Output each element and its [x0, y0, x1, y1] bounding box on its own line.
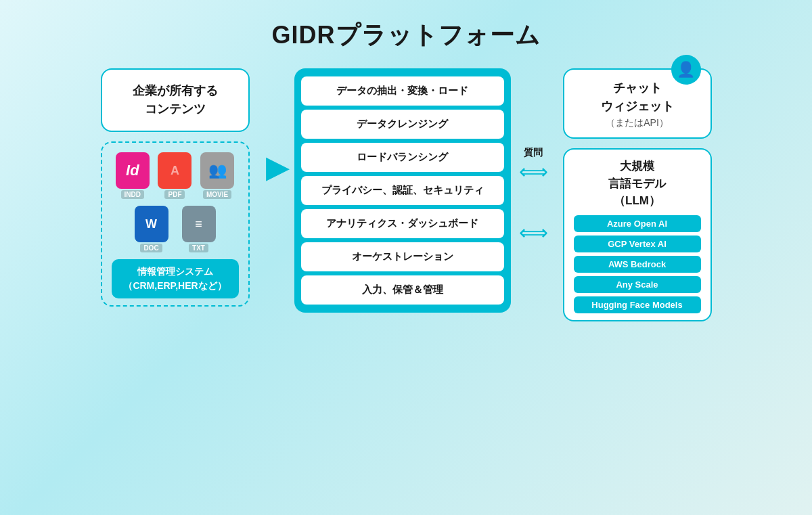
llm-item-4: Any Scale	[574, 276, 701, 293]
arrow-pair-top: 質問 ⟺	[519, 147, 548, 182]
info-system-text: 情報管理システム（CRM,ERP,HERなど）	[118, 265, 232, 293]
center-item-1: データの抽出・変換・ロード	[301, 76, 504, 106]
content-box: 企業が所有するコンテンツ	[101, 68, 250, 132]
center-item-7: 入力、保管＆管理	[301, 275, 504, 305]
txt-label: TXT	[189, 244, 208, 252]
info-system-box: 情報管理システム（CRM,ERP,HERなど）	[112, 259, 239, 298]
file-icons-row-bottom: W DOC ≡ TXT	[112, 206, 239, 252]
center-item-5: アナリティクス・ダッシュボード	[301, 209, 504, 238]
chat-avatar-icon: 👤	[671, 55, 701, 85]
content-title: 企業が所有するコンテンツ	[116, 82, 235, 118]
indd-icon: Id	[116, 152, 150, 189]
double-arrow-bottom: ⟺	[519, 223, 548, 243]
arrow-top-label: 質問	[524, 147, 543, 159]
indd-icon-wrapper: Id INDD	[113, 152, 152, 199]
doc-icon-wrapper: W DOC	[132, 206, 171, 252]
chat-title: チャットウィジェット	[575, 79, 700, 116]
file-icons-row-top: Id INDD A PDF 👥 MOVIE	[112, 152, 239, 199]
center-item-6: オーケストレーション	[301, 242, 504, 271]
movie-icon: 👥	[200, 152, 234, 189]
double-arrow-top: ⟺	[519, 162, 548, 182]
llm-item-2: GCP Vertex AI	[574, 236, 701, 252]
txt-icon-wrapper: ≡ TXT	[179, 206, 219, 252]
doc-label: DOC	[140, 244, 162, 252]
indd-label: INDD	[121, 190, 144, 199]
page-title: GIDRプラットフォーム	[272, 19, 541, 52]
right-panel: 👤 チャットウィジェット （またはAPI） 大規模言語モデル（LLM） Azur…	[556, 68, 719, 321]
llm-title: 大規模言語モデル（LLM）	[574, 158, 701, 210]
center-item-4: プライバシー、認証、セキュリティ	[301, 176, 504, 205]
pdf-icon-wrapper: A PDF	[155, 152, 194, 199]
llm-items: Azure Open AI GCP Vertex AI AWS Bedrock …	[574, 215, 701, 313]
txt-icon: ≡	[182, 206, 216, 242]
llm-box: 大規模言語モデル（LLM） Azure Open AI GCP Vertex A…	[563, 148, 712, 321]
center-panel: データの抽出・変換・ロード データクレンジング ロードバランシング プライバシー…	[294, 68, 511, 313]
left-arrow: ▶	[263, 154, 290, 182]
pdf-label: PDF	[164, 190, 185, 199]
pdf-icon: A	[158, 152, 191, 189]
double-arrows: 質問 ⟺ ⟺	[519, 147, 548, 243]
chat-box: 👤 チャットウィジェット （またはAPI）	[563, 68, 712, 139]
doc-icon: W	[135, 206, 168, 242]
arrow-icon: ▶	[266, 154, 288, 182]
center-item-3: ロードバランシング	[301, 143, 504, 172]
center-item-2: データクレンジング	[301, 110, 504, 139]
movie-label: MOVIE	[203, 190, 231, 199]
main-layout: 企業が所有するコンテンツ Id INDD A PDF	[34, 68, 778, 321]
movie-icon-wrapper: 👥 MOVIE	[198, 152, 237, 199]
dashed-box: Id INDD A PDF 👥 MOVIE	[101, 141, 250, 307]
arrow-pair-bottom: ⟺	[519, 223, 548, 243]
llm-item-3: AWS Bedrock	[574, 256, 701, 273]
chat-subtitle: （またはAPI）	[575, 117, 700, 129]
llm-item-5: Hugging Face Models	[574, 296, 701, 313]
left-panel: 企業が所有するコンテンツ Id INDD A PDF	[94, 68, 256, 307]
llm-item-1: Azure Open AI	[574, 215, 701, 232]
